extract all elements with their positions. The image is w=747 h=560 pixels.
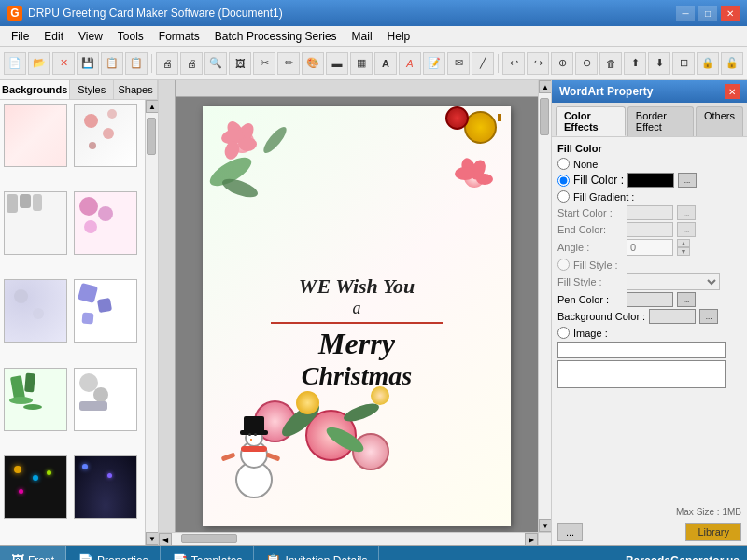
fill-color-picker-button[interactable]: ...	[678, 173, 697, 188]
tb-line2[interactable]: ╱	[472, 52, 494, 75]
tb-new[interactable]: 📄	[4, 52, 26, 75]
canvas-hscroll-thumb[interactable]	[181, 534, 237, 543]
panel-close-button[interactable]: ✕	[725, 84, 740, 99]
none-radio[interactable]	[557, 158, 570, 170]
end-color-picker-button[interactable]: ...	[677, 222, 696, 237]
properties-tab-label: Properties	[97, 554, 148, 561]
angle-spin-down[interactable]: ▼	[677, 247, 690, 256]
list-item[interactable]	[74, 455, 137, 519]
tab-color-effects[interactable]: Color Effects	[556, 106, 626, 136]
start-color-picker-button[interactable]: ...	[677, 205, 696, 220]
image-radio-row: Image :	[557, 327, 741, 339]
tb-redo[interactable]: ↪	[527, 52, 549, 75]
end-color-swatch	[627, 222, 673, 237]
tab-styles[interactable]: Styles	[70, 80, 114, 99]
tb-barcode[interactable]: ▦	[350, 52, 373, 75]
fill-style-radio[interactable]	[557, 259, 570, 271]
tab-border-effect[interactable]: Border Effect	[627, 106, 694, 136]
image-radio[interactable]	[557, 327, 570, 339]
list-item[interactable]	[74, 368, 137, 431]
tb-save2[interactable]: 📋	[125, 52, 148, 75]
tb-grid[interactable]: ⊞	[672, 52, 695, 75]
fill-color-radio[interactable]	[557, 175, 570, 187]
image-path-input[interactable]	[557, 342, 726, 358]
tb-open[interactable]: 📂	[28, 52, 50, 75]
tab-properties[interactable]: 📄 Properties	[66, 546, 161, 560]
tab-shapes[interactable]: Shapes	[114, 80, 158, 99]
browse-button[interactable]: ...	[557, 523, 583, 541]
tb-zoom2[interactable]: ⊖	[575, 52, 598, 75]
pen-color-picker-button[interactable]: ...	[677, 292, 696, 307]
tb-delete[interactable]: 🗑	[599, 52, 622, 75]
tb-undo[interactable]: ↩	[502, 52, 525, 75]
tb-lock[interactable]: 🔒	[697, 52, 719, 75]
tb-text2[interactable]: 📝	[423, 52, 445, 75]
canvas-scroll-left[interactable]: ◀	[159, 533, 172, 545]
scroll-up-button[interactable]: ▲	[146, 100, 158, 113]
fill-gradient-label: Fill Gradient :	[573, 191, 634, 203]
menu-mail[interactable]: Mail	[345, 28, 380, 45]
menu-formats[interactable]: Formats	[151, 28, 207, 45]
list-item[interactable]	[74, 104, 137, 167]
tab-invitation-details[interactable]: 📋 Invitation Details	[254, 546, 379, 560]
bg-color-row: Background Color : ...	[557, 309, 741, 324]
canvas-scroll-right[interactable]: ▶	[525, 533, 538, 545]
list-item[interactable]	[4, 104, 67, 167]
tb-print[interactable]: 🖨	[156, 52, 178, 75]
tb-cut[interactable]: ✂	[253, 52, 275, 75]
tb-recv[interactable]: ⬇	[648, 52, 670, 75]
tb-text[interactable]: A	[374, 52, 397, 75]
card-canvas[interactable]: WE Wish You a Merry Christmas	[203, 106, 511, 526]
bottombar: 🖼 Front 📄 Properties 📑 Templates 📋 Invit…	[0, 545, 747, 560]
tab-backgrounds[interactable]: Backgrounds	[0, 80, 70, 99]
bg-color-picker-button[interactable]: ...	[699, 309, 718, 324]
menu-file[interactable]: File	[4, 28, 36, 45]
tb-save-as[interactable]: 📋	[101, 52, 123, 75]
menu-help[interactable]: Help	[380, 28, 418, 45]
menubar: File Edit View Tools Formats Batch Proce…	[0, 26, 747, 47]
tab-front[interactable]: 🖼 Front	[0, 546, 66, 560]
tb-send[interactable]: ⬆	[624, 52, 646, 75]
canvas-scroll-up[interactable]: ▲	[539, 80, 551, 93]
angle-input[interactable]	[627, 239, 673, 256]
tb-wordart[interactable]: A	[399, 52, 421, 75]
fill-color-swatch	[627, 173, 674, 188]
canvas-scroll-down[interactable]: ▼	[539, 519, 551, 532]
maximize-button[interactable]: □	[698, 6, 717, 21]
fill-gradient-radio[interactable]	[557, 190, 570, 203]
canvas-vscroll-thumb[interactable]	[540, 98, 549, 135]
tb-paint[interactable]: 🎨	[302, 52, 324, 75]
fill-style-select[interactable]	[627, 273, 720, 290]
tb-unlock[interactable]: 🔓	[721, 52, 743, 75]
tb-close-doc[interactable]: ✕	[52, 52, 75, 75]
menu-batch[interactable]: Batch Processing Series	[207, 28, 345, 45]
list-item[interactable]	[74, 191, 137, 255]
angle-label: Angle :	[557, 242, 623, 253]
close-window-button[interactable]: ✕	[721, 6, 740, 21]
menu-view[interactable]: View	[71, 28, 110, 45]
minimize-button[interactable]: ─	[676, 6, 695, 21]
scroll-down-button[interactable]: ▼	[146, 532, 158, 545]
tb-line[interactable]: ▬	[326, 52, 348, 75]
list-item[interactable]	[4, 455, 67, 519]
tab-others[interactable]: Others	[696, 106, 743, 136]
library-button[interactable]: Library	[685, 523, 741, 541]
invitation-tab-icon: 📋	[265, 553, 281, 561]
tb-img[interactable]: 🖼	[229, 52, 251, 75]
tb-pencil[interactable]: ✏	[277, 52, 300, 75]
menu-edit[interactable]: Edit	[36, 28, 71, 45]
list-item[interactable]	[4, 191, 67, 255]
tb-save[interactable]: 💾	[77, 52, 99, 75]
tb-email[interactable]: ✉	[447, 52, 470, 75]
tab-templates[interactable]: 📑 Templates	[161, 546, 255, 560]
list-item[interactable]	[4, 368, 67, 431]
menu-tools[interactable]: Tools	[110, 28, 151, 45]
tb-preview[interactable]: 🔍	[204, 52, 227, 75]
tb-zoom[interactable]: ⊕	[551, 52, 573, 75]
list-item[interactable]	[4, 279, 67, 343]
tb-print2[interactable]: 🖨	[180, 52, 203, 75]
angle-spin-up[interactable]: ▲	[677, 239, 690, 247]
scroll-thumb[interactable]	[147, 118, 156, 155]
card-text-line1: WE Wish You	[233, 274, 480, 299]
list-item[interactable]	[74, 279, 137, 343]
